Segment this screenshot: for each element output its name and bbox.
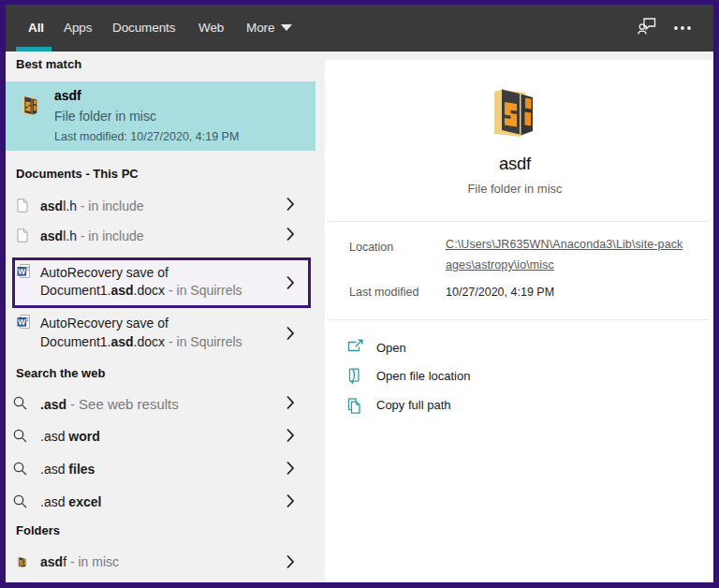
svg-text:W: W [18,267,26,276]
svg-text:W: W [18,317,26,327]
